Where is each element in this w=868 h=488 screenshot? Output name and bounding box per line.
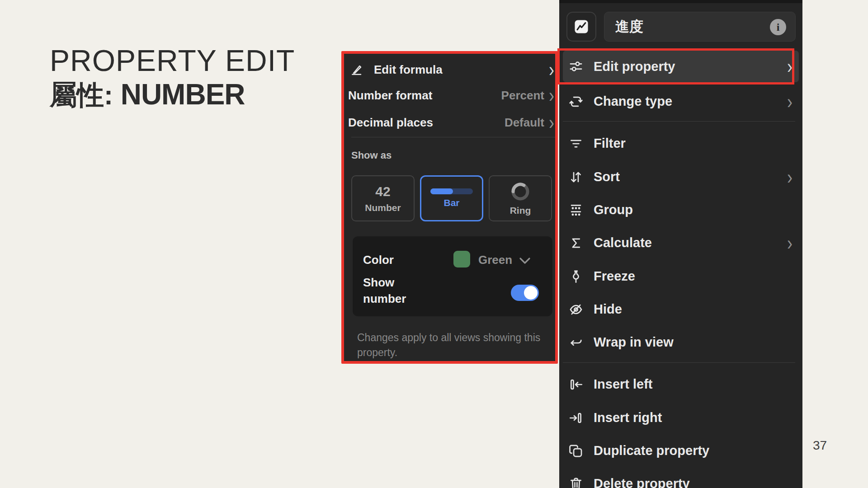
insert-right-label: Insert right (594, 410, 662, 425)
show-as-number-option[interactable]: 42 Number (351, 175, 415, 221)
chevron-right-icon: › (549, 113, 554, 133)
wrap-in-view-label: Wrap in view (594, 335, 674, 350)
change-type-label: Change type (594, 94, 672, 109)
menu-item-delete-property[interactable]: Delete property (563, 467, 799, 488)
chevron-right-icon: › (549, 60, 554, 80)
menu-item-calculate[interactable]: Calculate › (563, 226, 799, 259)
progress-chart-icon (573, 18, 590, 35)
chevron-right-icon: › (787, 91, 793, 112)
menu-item-hide[interactable]: Hide (563, 293, 799, 326)
decimal-places-value: Default (505, 116, 544, 130)
menu-top-edge (559, 0, 802, 3)
show-number-toggle[interactable] (511, 285, 539, 301)
show-as-options: 42 Number Bar Ring (351, 175, 552, 221)
menu-item-group[interactable]: Group (563, 193, 799, 226)
chevron-right-icon: › (549, 85, 554, 106)
ring-option-label: Ring (510, 205, 531, 216)
filter-label: Filter (594, 136, 626, 151)
formula-pencil-icon (350, 62, 364, 77)
number-format-label: Number format (348, 89, 432, 103)
bar-preview (430, 188, 473, 194)
menu-item-insert-left[interactable]: Insert left (563, 368, 799, 401)
delete-property-label: Delete property (594, 476, 690, 488)
title-line-1: PROPERTY EDIT (50, 45, 295, 76)
group-icon (568, 202, 584, 218)
chevron-right-icon: › (787, 233, 793, 253)
number-option-label: Number (365, 202, 401, 213)
menu-item-wrap-in-view[interactable]: Wrap in view (563, 326, 799, 359)
duplicate-property-label: Duplicate property (594, 443, 709, 458)
change-type-loop-icon (568, 94, 584, 109)
number-preview: 42 (375, 184, 390, 199)
edit-formula-label: Edit formula (374, 63, 443, 77)
number-format-item[interactable]: Number format Percent › (344, 82, 555, 109)
show-as-label: Show as (351, 150, 392, 161)
divider (563, 362, 795, 363)
eye-off-icon (568, 302, 584, 317)
ring-preview-icon (510, 181, 531, 202)
show-number-label: Show number (363, 274, 420, 307)
green-color-swatch[interactable] (453, 251, 470, 267)
info-icon[interactable]: i (770, 19, 786, 35)
chevron-right-icon: › (787, 167, 793, 187)
calculate-label: Calculate (594, 235, 652, 250)
menu-item-freeze[interactable]: Freeze (563, 260, 799, 293)
filter-icon (568, 136, 584, 151)
title-line-2-zh: 屬性: (50, 80, 113, 110)
sort-label: Sort (594, 169, 620, 184)
decimal-places-label: Decimal places (348, 116, 433, 130)
edit-property-label: Edit property (594, 59, 675, 74)
menu-item-filter[interactable]: Filter (563, 127, 799, 160)
show-as-bar-option[interactable]: Bar (420, 175, 483, 221)
color-value[interactable]: Green (478, 253, 512, 267)
chevron-down-icon (519, 257, 531, 264)
group-label: Group (594, 202, 633, 217)
menu-item-edit-property[interactable]: Edit property › (563, 51, 799, 82)
decimal-places-item[interactable]: Decimal places Default › (344, 109, 555, 136)
insert-right-icon (568, 410, 584, 426)
show-as-ring-option[interactable]: Ring (489, 175, 552, 221)
divider (563, 121, 795, 122)
slide-title: PROPERTY EDIT 屬性: NUMBER (50, 45, 295, 109)
property-context-menu: i Edit property › Change type › Filter (559, 0, 802, 488)
sliders-icon (568, 59, 584, 74)
sort-arrows-icon (568, 169, 584, 185)
menu-item-insert-right[interactable]: Insert right (563, 401, 799, 434)
menu-item-sort[interactable]: Sort › (563, 160, 799, 193)
sigma-icon (568, 235, 584, 251)
hide-label: Hide (594, 302, 622, 317)
insert-left-label: Insert left (594, 377, 653, 392)
bar-option-label: Bar (443, 197, 459, 208)
slide: PROPERTY EDIT 屬性: NUMBER 37 Edit formula… (0, 0, 868, 488)
menu-item-change-type[interactable]: Change type › (563, 85, 799, 118)
property-edit-panel: Edit formula › Number format Percent › D… (341, 51, 558, 364)
bar-settings-card: Color Green Show number (353, 236, 552, 316)
toggle-knob (524, 286, 538, 300)
color-label: Color (363, 253, 394, 267)
freeze-label: Freeze (594, 269, 635, 284)
divider (351, 137, 555, 137)
edit-formula-item[interactable]: Edit formula › (344, 57, 555, 82)
pin-icon (568, 269, 584, 284)
number-format-value: Percent (501, 89, 544, 103)
duplicate-icon (568, 443, 584, 459)
title-line-2: 屬性: NUMBER (50, 80, 295, 109)
property-name-input[interactable] (604, 12, 796, 42)
footer-note: Changes apply to all views showing this … (357, 330, 542, 360)
title-line-2-en: NUMBER (121, 78, 245, 111)
property-type-button[interactable] (566, 12, 596, 42)
page-number: 37 (813, 438, 827, 453)
insert-left-icon (568, 377, 584, 392)
trash-icon (568, 476, 584, 488)
menu-item-duplicate-property[interactable]: Duplicate property (563, 434, 799, 467)
chevron-right-icon: › (787, 56, 793, 77)
wrap-return-icon (568, 335, 584, 350)
